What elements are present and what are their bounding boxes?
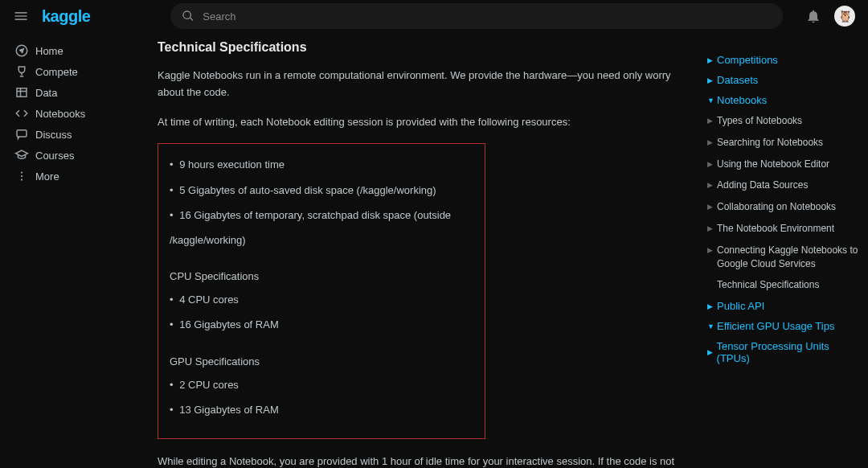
sidenav-more[interactable]: More [0,166,148,187]
spec-item: 13 Gigabytes of RAM [170,397,473,422]
toc-public-api[interactable]: ▶Public API [707,296,860,316]
compass-icon [14,43,35,58]
caret-right-icon: ▶ [707,159,717,170]
toc-competitions[interactable]: ▶Competitions [707,50,860,70]
caret-right-icon: ▶ [707,302,717,310]
toc-sub-item[interactable]: ▶Searching for Notebooks [707,132,860,154]
school-icon [14,148,35,162]
spec-item: 2 CPU cores [170,372,473,397]
caret-right-icon: ▶ [707,224,717,234]
caret-right-icon: ▶ [707,138,717,148]
caret-right-icon: ▶ [707,56,717,64]
specs-box: 9 hours execution time 5 Gigabytes of au… [158,143,485,439]
sidenav-courses[interactable]: Courses [0,145,148,166]
trophy-icon [14,64,35,79]
caret-right-icon: ▶ [707,116,717,126]
toc-sub-item[interactable]: ▶Using the Notebook Editor [707,154,860,175]
spec-item: 5 Gigabytes of auto-saved disk space (/k… [170,178,473,203]
intro-paragraph-2: At time of writing, each Notebook editin… [158,114,699,131]
sidenav-label: Notebooks [35,108,85,120]
notifications-icon[interactable] [805,8,821,24]
search-bar[interactable] [170,3,783,29]
sidenav: Home Compete Data Notebooks Discuss Cour… [0,32,148,468]
caret-right-icon: ▶ [707,76,717,84]
menu-icon[interactable] [13,8,29,24]
page-title: Technical Specifications [158,40,699,55]
sidenav-label: Home [35,45,63,57]
sidenav-data[interactable]: Data [0,82,148,103]
sidenav-label: Courses [35,150,74,162]
toc-tpus[interactable]: ▶Tensor Processing Units (TPUs) [707,336,860,368]
sidenav-label: More [35,170,59,183]
cpu-heading: CPU Specifications [170,270,473,282]
body-paragraph: While editing a Notebook, you are provid… [158,454,699,468]
caret-right-icon: ▶ [707,348,717,356]
topbar: kaggle 🦉 [0,0,868,32]
caret-down-icon: ▼ [707,96,717,105]
toc-notebooks[interactable]: ▼Notebooks [707,90,860,110]
toc-sub-item-active[interactable]: ▶Technical Specifications [707,274,860,296]
sidenav-label: Compete [35,66,78,78]
sidenav-notebooks[interactable]: Notebooks [0,103,148,124]
svg-rect-2 [17,130,27,137]
svg-point-4 [21,175,23,177]
svg-rect-1 [17,88,27,97]
spec-item: 4 CPU cores [170,287,473,312]
sidenav-home[interactable]: Home [0,40,148,61]
caret-right-icon: ▶ [707,202,717,212]
svg-point-5 [21,179,23,180]
caret-right-icon: ▶ [707,245,717,256]
spec-item: 16 Gigabytes of RAM [170,312,473,337]
intro-paragraph: Kaggle Notebooks run in a remote computa… [158,68,699,101]
svg-point-3 [21,171,23,173]
toc-gpu-tips[interactable]: ▼Efficient GPU Usage Tips [707,316,860,336]
more-icon [14,169,35,183]
sidenav-label: Data [35,87,57,99]
sidenav-discuss[interactable]: Discuss [0,124,148,145]
search-input[interactable] [203,10,772,23]
caret-down-icon: ▼ [707,322,717,330]
gpu-heading: GPU Specifications [170,355,473,367]
toc-datasets[interactable]: ▶Datasets [707,70,860,90]
sidenav-label: Discuss [35,129,72,141]
content: Technical Specifications Kaggle Notebook… [158,40,699,468]
toc-sub-item[interactable]: ▶Connecting Kaggle Notebooks to Google C… [707,240,860,275]
toc-sub-item[interactable]: ▶The Notebook Environment [707,218,860,240]
sidenav-compete[interactable]: Compete [0,61,148,82]
comment-icon [14,127,35,142]
toc-nav: ▶Competitions ▶Datasets ▼Notebooks ▶Type… [699,40,860,468]
code-icon [14,106,35,121]
spec-item: 9 hours execution time [170,152,473,177]
avatar[interactable]: 🦉 [834,6,855,27]
spec-item: 16 Gigabytes of temporary, scratchpad di… [170,203,473,252]
toc-sub-item[interactable]: ▶Collaborating on Notebooks [707,196,860,218]
kaggle-logo[interactable]: kaggle [42,7,90,26]
toc-sub-item[interactable]: ▶Adding Data Sources [707,174,860,196]
caret-right-icon: ▶ [707,180,717,191]
search-icon [182,10,194,23]
toc-sub-item[interactable]: ▶Types of Notebooks [707,110,860,132]
table-icon [14,85,35,100]
